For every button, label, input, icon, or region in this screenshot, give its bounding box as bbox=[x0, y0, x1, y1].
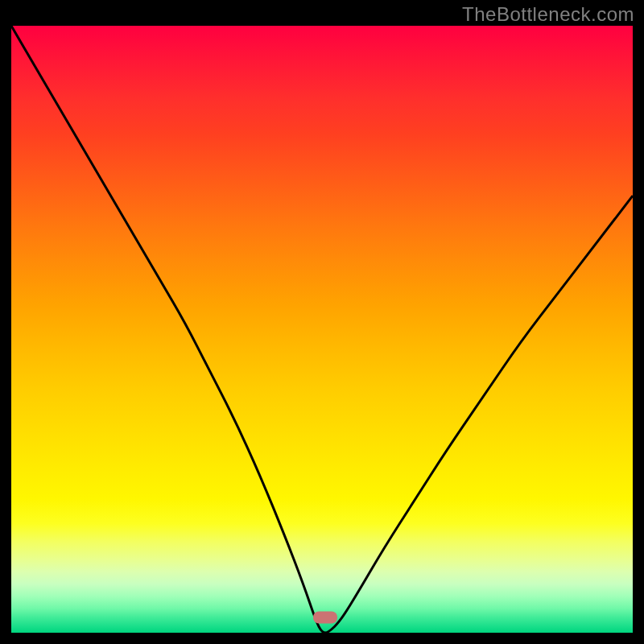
curve-path bbox=[11, 26, 633, 633]
optimum-marker bbox=[313, 612, 337, 624]
plot-area bbox=[11, 26, 633, 633]
bottleneck-curve bbox=[11, 26, 633, 633]
attribution-label: TheBottleneck.com bbox=[462, 3, 634, 26]
chart-frame: TheBottleneck.com bbox=[0, 0, 644, 644]
